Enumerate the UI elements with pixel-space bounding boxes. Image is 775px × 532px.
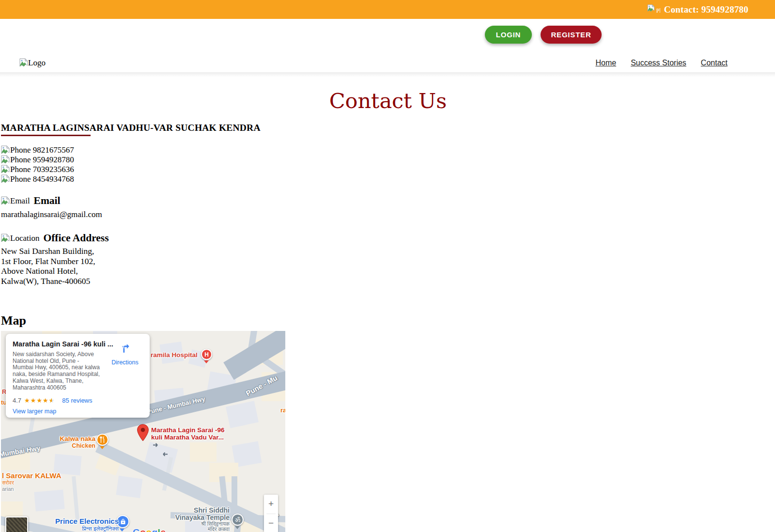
office-address-line: 1st Floor, Flat Number 102,: [1, 256, 775, 266]
header-button-row: LOGIN REGISTER: [0, 19, 775, 54]
header-divider: [0, 72, 775, 77]
map-card-address: New saidarshan Society, Above National h…: [13, 351, 101, 391]
phone-icon-alt: Phone: [10, 146, 31, 155]
directions-button[interactable]: Directions: [107, 342, 143, 366]
kalwa-naka-line1: Kalwa naka: [51, 435, 95, 442]
temple-line2: Vinayaka Temple: [151, 514, 230, 521]
phone-number: 9821675567: [31, 146, 74, 155]
poi-label-prince-electronics[interactable]: Prince Electronics प्रिन्स इलेक्ट्रॉनिक्…: [41, 517, 119, 532]
map-info-card: Maratha Lagin Sarai -96 kuli ... New sai…: [6, 334, 150, 418]
email-broken-image: Email: [1, 196, 30, 206]
phone-line: Phone 9821675567: [1, 145, 775, 155]
nav-link-home[interactable]: Home: [595, 59, 616, 67]
nav-link-success-stories[interactable]: Success Stories: [631, 59, 686, 67]
phone-line: Phone 9594928780: [1, 155, 775, 165]
hospital-marker[interactable]: H: [201, 349, 212, 360]
map-road: [232, 476, 237, 515]
google-map-embed[interactable]: Pune - Mumbai Hwy Pune - Mu Mumbai Hwy S…: [1, 331, 285, 532]
hospital-marker-glyph: H: [204, 351, 209, 358]
directions-icon: [119, 342, 131, 354]
broken-image-icon: [1, 165, 10, 174]
temple-marker[interactable]: ॐ: [232, 514, 244, 526]
temple-line1: Shri Siddhi: [151, 507, 230, 514]
topbar: Phone Contact: 9594928780: [0, 0, 775, 19]
email-icon-alt: Email: [10, 196, 30, 206]
location-broken-image: Location: [1, 234, 39, 243]
view-larger-map-link[interactable]: View larger map: [13, 408, 56, 415]
fork-knife-icon: [100, 437, 105, 443]
office-address-heading: Office Address: [43, 232, 108, 244]
phone-list: Phone 9821675567 Phone 9594928780 Phone …: [1, 145, 775, 184]
kalwa-naka-line2: Chicken: [51, 442, 95, 449]
sarovar-line1: l Sarovar KALWA: [2, 471, 62, 480]
shopping-marker-tail: [120, 529, 124, 532]
broken-image-icon: [1, 234, 10, 243]
map-building: [226, 401, 259, 428]
navbar: Logo Home Success Stories Contact: [0, 54, 775, 72]
location-icon-alt: Location: [10, 234, 39, 243]
topbar-phone-alt: Phone: [656, 7, 660, 14]
broken-image-icon: [647, 4, 655, 13]
register-button[interactable]: REGISTER: [541, 26, 602, 44]
shopping-bag-icon: [120, 519, 126, 525]
main-content: Contact Us MARATHA LAGINSARAI VADHU-VAR …: [0, 89, 775, 532]
map-heading: Map: [1, 313, 775, 328]
office-section-heading: Location Office Address: [1, 232, 775, 244]
road-arrow-icon: [161, 452, 168, 456]
phone-line: Phone 8454934768: [1, 174, 775, 184]
map-building: [34, 489, 64, 511]
phone-number: 8454934768: [31, 175, 74, 184]
star-icons: ★★★★: [24, 397, 49, 404]
prince-line1: Prince Electronics: [41, 517, 119, 525]
restaurant-marker-tail: [100, 446, 105, 449]
page-title: Contact Us: [1, 89, 775, 113]
place-pin-label-line1: Maratha Lagin Sarai -96: [151, 426, 225, 434]
phone-icon-alt: Phone: [10, 175, 31, 184]
organization-underline: [1, 135, 91, 136]
reviews-link[interactable]: 85 reviews: [62, 397, 92, 404]
phone-broken-image: Phone: [1, 174, 31, 184]
logo-alt-text: Logo: [28, 58, 46, 68]
google-logo[interactable]: Google: [133, 527, 166, 532]
office-address-line: Above National Hotel,: [1, 266, 775, 276]
phone-number: 9594928780: [31, 156, 74, 164]
map-alley: [72, 476, 79, 520]
logo-broken-image[interactable]: Logo: [19, 58, 46, 68]
place-pin-label-line2: kuli Maratha Vadu Var...: [151, 434, 225, 441]
phone-icon-alt: Phone: [10, 156, 31, 164]
broken-image-icon: [1, 155, 10, 165]
poi-label-sarovar[interactable]: l Sarovar KALWA सरोवर arian: [2, 471, 62, 492]
sarovar-devanagari: सरोवर: [2, 480, 62, 486]
broken-image-icon: [1, 145, 10, 155]
login-button[interactable]: LOGIN: [485, 26, 532, 44]
map-label-fragment: ra: [280, 407, 285, 414]
broken-image-icon: [1, 196, 10, 206]
nav-link-contact[interactable]: Contact: [701, 59, 728, 67]
map-card-rating-row: 4.7 ★★★★ ★★ 85 reviews: [13, 397, 93, 404]
office-address-line: Kalwa(W), Thane-400605: [1, 276, 775, 286]
sarovar-sub-fragment: arian: [2, 486, 62, 492]
zoom-out-button[interactable]: −: [264, 514, 278, 532]
temple-marker-tail: [235, 526, 240, 529]
place-pin-label[interactable]: Maratha Lagin Sarai -96 kuli Maratha Vad…: [151, 426, 225, 441]
rating-value: 4.7: [13, 397, 21, 404]
broken-image-icon: [1, 174, 10, 184]
organization-name: MARATHA LAGINSARAI VADHU-VAR SUCHAK KEND…: [1, 123, 775, 133]
map-building: [116, 476, 142, 499]
satellite-view-toggle[interactable]: [5, 516, 28, 532]
restaurant-marker[interactable]: [96, 434, 108, 446]
map-zoom-control: + −: [264, 495, 278, 532]
topbar-contact-text: Contact: 9594928780: [664, 4, 748, 15]
poi-label-hospital[interactable]: ramila Hospital: [151, 351, 198, 359]
zoom-in-button[interactable]: +: [264, 495, 278, 514]
email-section-heading: Email Email: [1, 195, 775, 207]
phone-broken-image: Phone: [1, 155, 31, 165]
directions-label: Directions: [107, 359, 143, 366]
phone-icon-alt: Phone: [10, 165, 31, 174]
poi-label-kalwa-naka[interactable]: Kalwa naka Chicken: [51, 435, 95, 449]
email-heading: Email: [34, 195, 61, 207]
om-icon: ॐ: [235, 516, 240, 524]
broken-image-icon: [19, 58, 28, 68]
place-pin-icon[interactable]: [137, 424, 149, 441]
road-arrow-icon: [153, 443, 160, 447]
